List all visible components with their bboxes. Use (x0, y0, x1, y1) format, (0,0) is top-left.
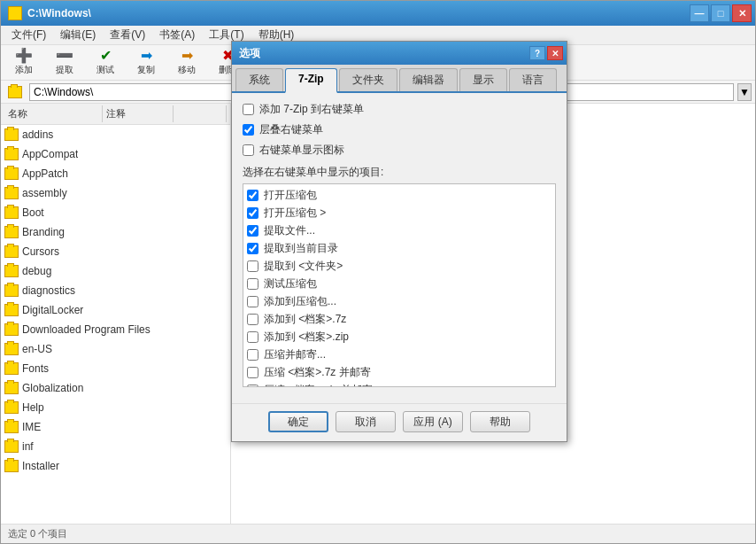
dialog-buttons: 确定 取消 应用 (A) 帮助 (232, 403, 567, 441)
item-checkbox-label[interactable]: 提取文件... (264, 223, 315, 238)
checkbox-show-icon[interactable] (243, 144, 254, 156)
item-checkbox-label[interactable]: 测试压缩包 (264, 276, 317, 291)
tab-system[interactable]: 系统 (235, 68, 283, 91)
dialog-apply-button[interactable]: 应用 (A) (403, 411, 463, 432)
checkbox-row: 添加到 <档案>.7z (247, 312, 552, 327)
dialog-title-controls: ? ✕ (529, 46, 563, 60)
dialog-tabs: 系统 7-Zip 文件夹 编辑器 显示 语言 (232, 65, 567, 93)
checkboxes-group: 打开压缩包打开压缩包 >提取文件...提取到当前目录提取到 <文件夹>测试压缩包… (243, 183, 556, 387)
checkbox-cascade-label[interactable]: 层叠右键菜单 (259, 122, 323, 137)
item-checkbox[interactable] (247, 385, 258, 387)
dialog-help-btn[interactable]: 帮助 (470, 411, 530, 432)
checkbox-row: 添加到压缩包... (247, 294, 552, 309)
checkbox-row: 打开压缩包 > (247, 206, 552, 221)
options-dialog: 选项 ? ✕ 系统 7-Zip 文件夹 编辑器 显示 语言 添加 7-Zip (231, 41, 567, 442)
checkbox-row: 提取到当前目录 (247, 241, 552, 256)
checkbox-add-to-menu[interactable] (243, 104, 254, 115)
item-checkbox[interactable] (247, 314, 258, 325)
item-checkbox-label[interactable]: 压缩并邮寄... (264, 347, 326, 362)
checkbox-row-cascade: 层叠右键菜单 (243, 122, 556, 137)
checkbox-cascade[interactable] (243, 124, 254, 136)
item-checkbox-label[interactable]: 添加到 <档案>.7z (264, 312, 346, 327)
tab-display[interactable]: 显示 (459, 68, 507, 91)
checkbox-row: 打开压缩包 (247, 188, 552, 203)
checkbox-row: 压缩并邮寄... (247, 347, 552, 362)
checkbox-show-icon-label[interactable]: 右键菜单显示图标 (259, 143, 344, 158)
item-checkbox[interactable] (247, 367, 258, 378)
tab-editor[interactable]: 编辑器 (399, 68, 458, 91)
item-checkbox[interactable] (247, 243, 258, 254)
item-checkbox[interactable] (247, 296, 258, 307)
item-checkbox[interactable] (247, 260, 258, 272)
dialog-close-button[interactable]: ✕ (547, 46, 563, 60)
checkbox-row: 压缩 <档案>.7z 并邮寄 (247, 365, 552, 380)
item-checkbox[interactable] (247, 349, 258, 361)
item-checkbox[interactable] (247, 207, 258, 219)
checkbox-row: 提取到 <文件夹> (247, 259, 552, 274)
checkbox-row: 提取文件... (247, 223, 552, 238)
checkbox-row-show-icon: 右键菜单显示图标 (243, 143, 556, 158)
checkbox-row-add-to-menu: 添加 7-Zip 到右键菜单 (243, 102, 556, 117)
tab-language[interactable]: 语言 (509, 68, 557, 91)
tab-folder[interactable]: 文件夹 (339, 68, 397, 91)
checkbox-row: 添加到 <档案>.zip (247, 330, 552, 345)
item-checkbox[interactable] (247, 278, 258, 290)
item-checkbox[interactable] (247, 225, 258, 237)
dialog-help-button[interactable]: ? (529, 46, 545, 60)
item-checkbox-label[interactable]: 提取到当前目录 (264, 241, 338, 256)
item-checkbox-label[interactable]: 打开压缩包 (264, 188, 317, 203)
item-checkbox[interactable] (247, 331, 258, 343)
dialog-title-bar: 选项 ? ✕ (232, 42, 567, 65)
checkbox-row: 压缩 <档案>.zip 并邮寄 (247, 383, 552, 387)
dialog-overlay: 选项 ? ✕ 系统 7-Zip 文件夹 编辑器 显示 语言 添加 7-Zip (1, 1, 755, 543)
dialog-title: 选项 (239, 46, 260, 61)
dialog-content: 添加 7-Zip 到右键菜单 层叠右键菜单 右键菜单显示图标 选择在右键菜单中显… (232, 93, 567, 403)
item-checkbox-label[interactable]: 压缩 <档案>.zip 并邮寄 (264, 383, 373, 387)
section-label: 选择在右键菜单中显示的项目: (243, 165, 556, 180)
item-checkbox-label[interactable]: 打开压缩包 > (264, 206, 326, 221)
item-checkbox-label[interactable]: 压缩 <档案>.7z 并邮寄 (264, 365, 371, 380)
main-window: C:\Windows\ — □ ✕ 文件(F) 编辑(E) 查看(V) 书签(A… (0, 0, 756, 544)
item-checkbox-label[interactable]: 添加到压缩包... (264, 294, 336, 309)
item-checkbox[interactable] (247, 190, 258, 201)
item-checkbox-label[interactable]: 添加到 <档案>.zip (264, 330, 349, 345)
checkbox-row: 测试压缩包 (247, 276, 552, 291)
dialog-cancel-button[interactable]: 取消 (336, 411, 396, 432)
item-checkbox-label[interactable]: 提取到 <文件夹> (264, 259, 343, 274)
checkbox-add-to-menu-label[interactable]: 添加 7-Zip 到右键菜单 (259, 102, 364, 117)
dialog-ok-button[interactable]: 确定 (268, 411, 328, 432)
tab-7zip[interactable]: 7-Zip (285, 68, 337, 93)
